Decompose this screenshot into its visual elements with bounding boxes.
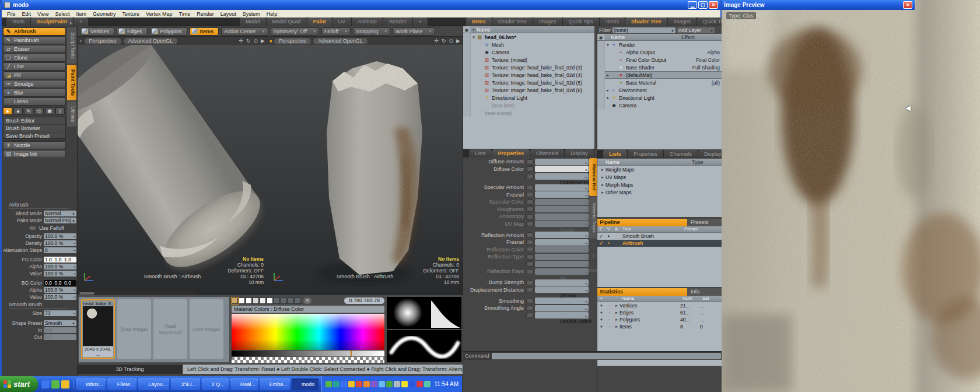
menu-item[interactable]: File [4,11,19,17]
zoom-icon[interactable]: ⊙ [449,38,454,44]
quick-launch-icon[interactable] [41,380,50,388]
list-item[interactable]: ► Weight Maps [597,166,722,173]
channel-toggle-icon[interactable] [526,232,534,237]
item-tree-row[interactable]: ◉ Mesh [463,41,594,48]
tool-button[interactable]: Fill [3,71,66,79]
tray-icon[interactable] [379,381,385,387]
channel-toggle-icon[interactable] [526,159,534,164]
expand-plus[interactable]: + [597,303,606,309]
tool-button[interactable]: Eraser [3,45,66,53]
sidebar-vertical-tab[interactable]: Sculpt Tools [67,27,76,64]
toolbar-dropdown[interactable]: Work Plane▼ [393,27,435,36]
section-header[interactable]: Smooth Brush [9,302,69,309]
statistics-row[interactable]: + - ► Vertices 21... ... [597,302,722,309]
property-field[interactable]: Blurry Reflection◂▸ [535,261,589,267]
pan-icon[interactable]: ✛ [434,38,439,44]
stepper-icon[interactable]: ◂▸ [584,288,588,294]
name-column-header[interactable]: Name [477,27,491,33]
viewport-2[interactable]: ■ Perspective Advanced OpenGL ✛ ↻ ⊙ ▶ [267,37,463,295]
sidebar-vertical-tab[interactable]: Paint Tools [67,65,76,100]
start-button[interactable]: start [0,376,38,392]
visibility-cell[interactable]: ◉ [597,79,605,86]
stepper-icon[interactable]: ◂▸ [584,299,588,305]
brush-tip-button[interactable]: ● [13,107,23,115]
menu-item[interactable]: System [240,11,263,17]
task-button[interactable]: modo [292,379,318,390]
orbit-icon[interactable]: ↻ [442,38,446,44]
collapse-minus[interactable]: - [606,317,614,323]
stepper-icon[interactable]: ◂▸ [584,215,588,221]
property-field[interactable]: 100.0 %◂▸ [535,279,589,286]
expand-arrow-icon[interactable]: ► [600,168,606,172]
stepper-icon[interactable]: ◂▸ [584,233,588,239]
visibility-cell[interactable]: ◉ [463,33,471,41]
tool-button[interactable]: Line [3,62,66,71]
shader-tree-row[interactable]: ◉ ► (defaultMat) [597,71,722,79]
shader-effect-value[interactable]: Final Color [696,57,722,63]
layout-tab[interactable]: + [74,18,88,26]
task-button[interactable]: Layou... [138,379,169,390]
channel-toggle-icon[interactable] [526,192,534,197]
viewport-canvas[interactable]: Smooth Brush : Airbrush No Items Channel… [78,45,267,295]
selection-mode-button[interactable]: Items [190,27,219,36]
stepper-icon[interactable]: ◂▸ [584,167,588,173]
fg-color-field[interactable]: 1.0 1.0 1.0 [44,257,76,262]
toolbar-dropdown[interactable]: Action Center▼ [221,27,268,36]
value-field[interactable]: 0.0 [44,334,76,340]
panel-tab[interactable]: Lists [469,149,492,158]
list-item[interactable]: ► Other Maps [597,188,722,196]
expand-plus[interactable]: + [597,324,606,330]
color-swatch[interactable] [246,298,252,304]
panel-tab[interactable]: Items [466,18,492,26]
channel-toggle-icon[interactable] [526,254,534,260]
expand-plus[interactable]: + [597,317,606,323]
layout-tab[interactable]: + [413,18,428,26]
visibility-cell[interactable]: ◉ [463,41,471,48]
viewport-renderer-select[interactable]: Advanced OpenGL [124,38,178,44]
property-field[interactable]: 0.0 %◂▸ [535,239,589,246]
maximize-button[interactable]: ▢ [698,1,708,9]
statistics-row[interactable]: + - ► Items 8 0 [597,323,722,330]
shader-tree-row[interactable]: ◉ ► Directional Light [597,94,722,102]
quick-launch-icon[interactable] [61,380,69,388]
color-picker-label[interactable]: Material Colors : Diffuse Color [232,306,384,313]
expand-arrow-icon[interactable]: ► [605,96,611,100]
enabled-check-icon[interactable]: ✓ [597,233,605,239]
visibility-cell[interactable]: ◉ [463,71,471,79]
blend-mode-select[interactable]: Normal [44,211,76,216]
minimize-button[interactable]: ▁ [688,1,697,9]
image-slot[interactable]: (load sequence) [153,299,187,359]
value-field[interactable]: 100.0 %◂▸ [44,287,76,293]
item-tree-row[interactable]: ◉ (new item) [463,102,594,109]
visibility-cell[interactable]: ◉ [463,56,471,64]
visibility-cell[interactable]: ◉ [463,64,471,71]
expand-arrow-icon[interactable]: ▼ [471,36,477,39]
stepper-icon[interactable]: ◂▸ [584,270,588,276]
stepper-icon[interactable]: ◂▸ [73,264,76,270]
panel-tab[interactable]: Channels [664,150,698,158]
brush-tip-button[interactable]: ✽ [45,107,54,115]
tool-button[interactable]: Paintbrush [3,36,66,44]
item-tree-row[interactable]: ◉ Directional Light [463,94,594,102]
visibility-cell[interactable]: ◉ [597,41,605,48]
stepper-icon[interactable]: ◂▸ [73,247,76,253]
stepper-icon[interactable]: ◂▸ [584,174,588,181]
task-button[interactable]: Emba... [260,379,290,390]
task-button[interactable]: 2 Q... [202,379,229,390]
channel-toggle-icon[interactable] [526,269,534,274]
channel-toggle-icon[interactable] [526,200,534,205]
panel-tab[interactable]: Images [533,18,562,26]
channel-toggle-icon[interactable] [526,206,534,212]
expand-arrow-icon[interactable]: ► [605,89,611,92]
menu-item[interactable]: Edit [19,11,34,17]
viewport-renderer-select[interactable]: Advanced OpenGL [313,38,368,44]
viewport-view-select[interactable]: Perspective [274,38,311,44]
list-item[interactable]: ► Morph Maps [597,181,722,188]
layout-tab[interactable]: Render [383,18,412,26]
shader-effect-value[interactable]: Full Shading [692,65,722,71]
selection-mode-button[interactable]: Edges [117,27,148,36]
channel-toggle-icon[interactable] [526,306,534,311]
expand-arrow-icon[interactable]: ► [600,176,606,179]
stepper-icon[interactable]: ◂▸ [584,240,588,247]
info-tab[interactable]: Info [687,288,722,296]
